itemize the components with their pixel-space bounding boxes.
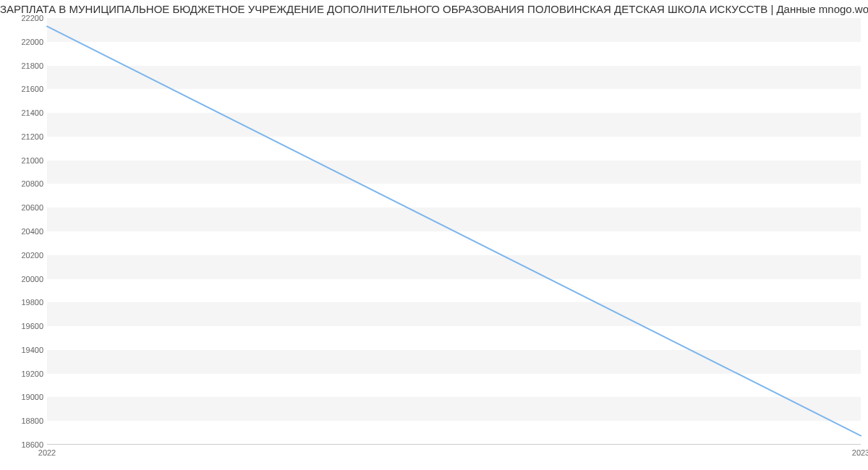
y-axis-tick: 21600 [7, 85, 43, 93]
y-axis-tick: 22000 [7, 38, 43, 46]
y-axis-tick: 20200 [7, 251, 43, 260]
y-axis-tick: 21400 [7, 108, 43, 117]
y-axis-tick: 19000 [7, 393, 43, 401]
plot-area [47, 18, 861, 445]
y-axis-tick: 21000 [7, 156, 43, 165]
y-axis-tick: 20800 [7, 179, 43, 188]
y-axis-tick: 20000 [7, 275, 43, 283]
y-axis-tick: 20400 [7, 227, 43, 236]
y-axis-tick: 19800 [7, 298, 43, 307]
chart-title: ЗАРПЛАТА В МУНИЦИПАЛЬНОЕ БЮДЖЕТНОЕ УЧРЕЖ… [0, 3, 868, 15]
chart-container: ЗАРПЛАТА В МУНИЦИПАЛЬНОЕ БЮДЖЕТНОЕ УЧРЕЖ… [0, 0, 868, 470]
line-series [47, 26, 861, 435]
y-axis-tick: 21200 [7, 132, 43, 141]
line-chart-svg [47, 18, 861, 444]
x-axis-tick: 2022 [38, 448, 56, 457]
y-axis-tick: 19400 [7, 346, 43, 354]
y-axis-tick: 19600 [7, 322, 43, 330]
y-axis-tick: 18800 [7, 416, 43, 425]
y-axis-tick: 20600 [7, 203, 43, 212]
x-axis-tick: 2023 [852, 448, 868, 457]
y-axis-tick: 22200 [7, 14, 43, 22]
y-axis-tick: 19200 [7, 369, 43, 378]
y-axis-tick: 21800 [7, 61, 43, 70]
